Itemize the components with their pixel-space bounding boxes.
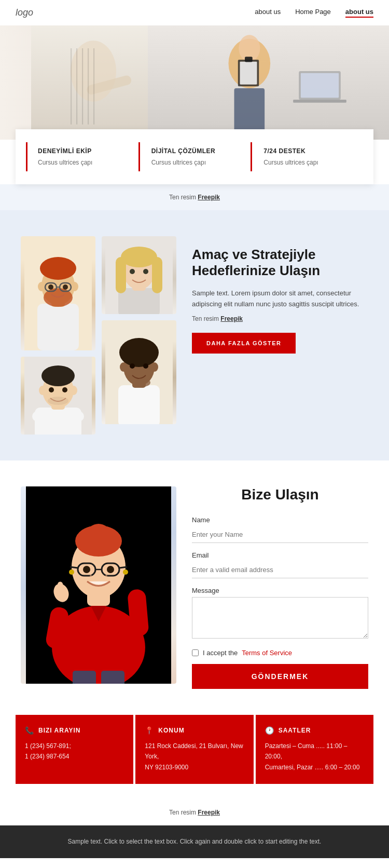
freepik-link-2[interactable]: Freepik xyxy=(198,809,220,816)
feature-title-2: 7/24 DESTEK xyxy=(263,147,353,155)
terms-checkbox[interactable] xyxy=(192,649,199,656)
team-photo-2 xyxy=(102,236,176,314)
feature-desc-2: Cursus ultrices çapı xyxy=(263,159,353,166)
nav-link-home-page[interactable]: Home Page xyxy=(295,8,331,18)
team-photo-1 xyxy=(21,236,95,350)
team-photo-1-svg xyxy=(21,236,95,350)
svg-point-43 xyxy=(120,362,127,372)
nav-link-about-us-2[interactable]: about us xyxy=(345,8,373,18)
submit-button[interactable]: GÖNDERMEK xyxy=(192,664,368,689)
svg-point-27 xyxy=(48,284,53,290)
team-photo-2-svg xyxy=(102,236,176,314)
freepik-text-2: Ten resim xyxy=(169,809,196,816)
svg-point-82 xyxy=(105,575,107,577)
team-photo-3-svg xyxy=(102,320,176,424)
contact-hours-line-2: Cumartesi, Pazar ..... 6:00 – 20:00 xyxy=(265,762,364,772)
svg-point-21 xyxy=(40,257,76,280)
svg-rect-11 xyxy=(245,57,253,62)
svg-point-56 xyxy=(70,386,77,395)
phone-icon: 📞 xyxy=(25,726,34,735)
team-title: Amaç ve Stratejiyle Hedeflerinize Ulaşın xyxy=(192,247,368,279)
svg-point-78 xyxy=(107,566,114,573)
team-show-more-button[interactable]: DAHA FAZLA GÖSTER xyxy=(192,333,296,354)
svg-point-47 xyxy=(135,378,150,387)
svg-point-42 xyxy=(119,338,159,367)
logo: logo xyxy=(16,7,33,18)
svg-point-80 xyxy=(123,569,128,575)
contact-photo-inner xyxy=(21,486,176,684)
email-label: Email xyxy=(192,551,368,559)
team-desc: Sample text. Lorem ipsum dolor sit amet,… xyxy=(192,288,368,310)
svg-rect-3 xyxy=(76,48,77,125)
footer: Sample text. Click to select the text bo… xyxy=(0,825,389,858)
contact-form: Name Email Message I accept the Terms of… xyxy=(192,516,368,689)
svg-point-57 xyxy=(49,387,54,392)
svg-point-71 xyxy=(87,524,110,545)
contact-phone-line-1: 1 (234) 567-891; xyxy=(25,741,124,751)
contact-form-area: Bize Ulaşın Name Email Message I accept … xyxy=(192,486,368,689)
message-label: Message xyxy=(192,587,368,594)
name-field-group: Name xyxy=(192,516,368,543)
freepik-link-1[interactable]: Freepik xyxy=(198,194,220,201)
svg-point-22 xyxy=(38,282,45,291)
svg-rect-39 xyxy=(118,385,160,424)
svg-point-44 xyxy=(151,362,158,372)
feature-desc-1: Cursus ultrices çapı xyxy=(151,159,241,166)
feature-title-0: DENEYİMLİ EKİP xyxy=(38,147,128,155)
svg-point-54 xyxy=(41,365,75,386)
feature-item-2: 7/24 DESTEK Cursus ultrices çapı xyxy=(251,142,363,171)
hero-person-right-svg xyxy=(148,25,389,140)
team-photos-grid xyxy=(21,236,176,435)
email-input[interactable] xyxy=(192,562,368,578)
svg-rect-17 xyxy=(37,304,79,350)
svg-point-36 xyxy=(130,269,135,274)
hero-person-right xyxy=(148,25,389,140)
svg-rect-35 xyxy=(152,257,162,293)
svg-line-76 xyxy=(119,567,127,568)
terms-link[interactable]: Terms of Service xyxy=(242,649,292,657)
features-grid: DENEYİMLİ EKİP Cursus ultrices çapı DİJİ… xyxy=(16,129,373,184)
team-content: Amaç ve Stratejiyle Hedeflerinize Ulaşın… xyxy=(192,236,368,354)
team-freepik-text: Ten resim xyxy=(192,315,219,322)
contact-card-text-1: 121 Rock Caddesi, 21 Bulvarı, New York, … xyxy=(145,741,244,772)
contact-card-title-0: 📞 BIZI ARAYIN xyxy=(25,726,124,735)
nav-links: about us Home Page about us xyxy=(255,8,373,18)
freepik-text-1: Ten resim xyxy=(169,194,196,201)
contact-card-2: 🕐 SAATLER Pazartesi – Cuma ..... 11:00 –… xyxy=(256,715,373,784)
svg-rect-6 xyxy=(93,48,94,125)
svg-point-79 xyxy=(69,569,74,575)
svg-rect-15 xyxy=(234,88,265,134)
location-icon: 📍 xyxy=(145,726,154,735)
nav-link-about-us-1[interactable]: about us xyxy=(255,8,281,18)
svg-point-23 xyxy=(71,282,78,291)
message-textarea[interactable] xyxy=(192,597,368,639)
name-label: Name xyxy=(192,516,368,524)
features-section: DENEYİMLİ EKİP Cursus ultrices çapı DİJİ… xyxy=(16,129,373,184)
contact-card-text-0: 1 (234) 567-891; 1 (234) 987-654 xyxy=(25,741,124,762)
contact-card-title-1: 📍 KONUM xyxy=(145,726,244,735)
contact-photo-svg xyxy=(21,486,176,684)
hero-section xyxy=(0,25,389,140)
svg-point-81 xyxy=(90,575,92,577)
svg-point-45 xyxy=(130,363,135,369)
contact-card-label-2: SAATLER xyxy=(279,727,311,734)
team-photo-4 xyxy=(21,357,95,435)
hero-person-left xyxy=(31,25,156,140)
svg-point-59 xyxy=(48,397,68,405)
name-input[interactable] xyxy=(192,526,368,543)
navbar: logo about us Home Page about us xyxy=(0,0,389,25)
team-freepik-link[interactable]: Freepik xyxy=(220,315,243,322)
team-freepik: Ten resim Freepik xyxy=(192,315,368,322)
contact-photo xyxy=(21,486,176,684)
freepik-credit-2: Ten resim Freepik xyxy=(0,799,389,825)
feature-item-1: DİJİTAL ÇÖZÜMLER Cursus ultrices çapı xyxy=(138,142,251,171)
footer-text: Sample text. Click to select the text bo… xyxy=(68,838,322,845)
svg-rect-13 xyxy=(301,73,339,98)
contact-hours-line-1: Pazartesi – Cuma ..... 11:00 – 20:00, xyxy=(265,741,364,762)
svg-point-55 xyxy=(39,386,46,395)
contact-section: Bize Ulaşın Name Email Message I accept … xyxy=(0,460,389,715)
svg-point-33 xyxy=(121,247,157,267)
svg-point-37 xyxy=(143,269,148,274)
svg-rect-10 xyxy=(240,62,257,85)
svg-point-28 xyxy=(63,284,68,290)
